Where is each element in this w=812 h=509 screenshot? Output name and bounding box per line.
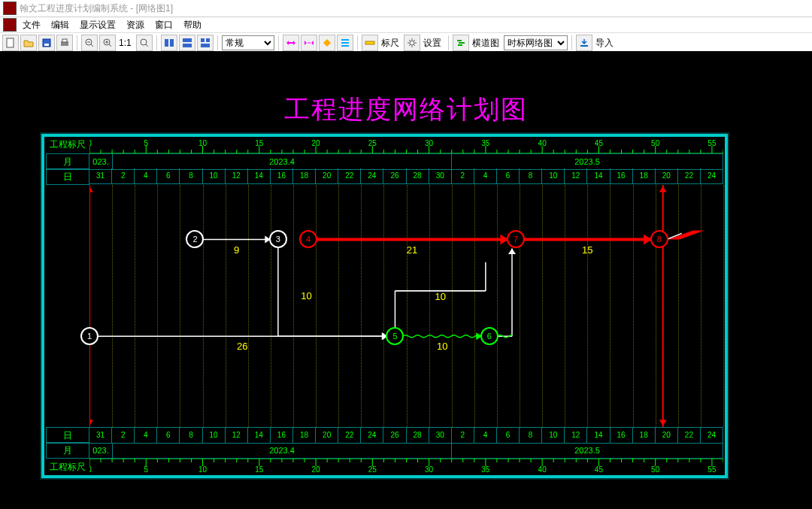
svg-text:21: 21 (407, 244, 417, 256)
day-cell: 6 (497, 428, 520, 443)
layout2-icon[interactable] (179, 35, 195, 51)
diamond-icon[interactable] (319, 35, 335, 51)
day-cell: 26 (383, 428, 406, 443)
months-top: 023.2023.42023.5 (89, 153, 723, 170)
day-cell: 24 (701, 168, 723, 183)
day-label-bot: 日 (46, 427, 89, 444)
node-6[interactable]: 6 (480, 327, 498, 345)
layout3-icon[interactable] (197, 35, 214, 51)
save-icon[interactable] (38, 35, 55, 51)
day-cell: 6 (157, 428, 180, 443)
ruler-label: 标尺 (381, 37, 399, 50)
day-cell: 18 (633, 428, 656, 443)
day-cell: 4 (474, 168, 497, 183)
zoom-in-icon[interactable] (99, 35, 116, 51)
view-select[interactable]: 时标网络图 (504, 35, 568, 50)
day-cell: 4 (135, 168, 157, 183)
day-cell: 2 (452, 428, 474, 443)
svg-rect-19 (206, 38, 210, 42)
svg-rect-0 (7, 38, 14, 47)
zoom-out-icon[interactable] (81, 35, 98, 51)
svg-text:25: 25 (368, 139, 377, 147)
day-cell: 14 (248, 428, 271, 443)
day-cell: 28 (407, 168, 429, 183)
svg-text:15: 15 (582, 244, 592, 256)
svg-marker-105 (659, 186, 667, 192)
day-cell: 24 (701, 428, 723, 443)
window-title: 翰文工程进度计划编制系统 - [网络图1] (20, 2, 173, 15)
zoom-11-label: 1:1 (119, 38, 132, 48)
gantt-icon[interactable] (453, 35, 469, 51)
day-cell: 14 (587, 168, 610, 183)
print-icon[interactable] (56, 35, 73, 51)
menu-edit[interactable]: 编辑 (51, 19, 69, 32)
svg-line-11 (109, 44, 111, 47)
day-cell: 31 (89, 168, 112, 183)
ruler-icon[interactable] (362, 35, 378, 51)
style-select[interactable]: 常规 (222, 35, 274, 50)
menu-resource[interactable]: 资源 (126, 19, 144, 32)
day-cell: 24 (361, 168, 383, 183)
day-cell: 8 (520, 168, 542, 183)
new-icon[interactable] (2, 35, 19, 51)
day-cell: 16 (271, 428, 293, 443)
node-4[interactable]: 4 (299, 230, 317, 248)
svg-text:10: 10 (301, 290, 311, 301)
plot-area[interactable]: 269211510101012345678 (89, 185, 723, 427)
svg-text:5: 5 (144, 465, 148, 474)
day-cell: 30 (429, 428, 452, 443)
day-cell: 2 (112, 428, 135, 443)
settings-label: 设置 (423, 37, 441, 50)
bars-icon[interactable] (337, 35, 353, 51)
day-cell: 22 (338, 168, 361, 183)
canvas[interactable]: 工程进度网络计划图 工程标尺 0510152025303540455055 月 … (0, 51, 812, 509)
layout1-icon[interactable] (161, 35, 177, 51)
svg-rect-16 (183, 38, 192, 42)
day-cell: 16 (271, 168, 293, 183)
node-1[interactable]: 1 (80, 327, 98, 345)
svg-rect-14 (165, 39, 168, 47)
day-cell: 8 (180, 168, 202, 183)
months-bot: 023.2023.42023.5 (89, 443, 723, 459)
menu-help[interactable]: 帮助 (183, 19, 201, 32)
svg-text:15: 15 (255, 139, 264, 147)
day-cell: 12 (226, 168, 248, 183)
svg-text:45: 45 (595, 139, 604, 147)
separator (217, 35, 218, 50)
svg-rect-2 (44, 44, 49, 46)
day-cell: 12 (565, 168, 587, 183)
month-cell: 2023.5 (452, 154, 723, 169)
month-cell: 023. (89, 154, 113, 169)
node-5[interactable]: 5 (386, 327, 404, 345)
day-cell: 6 (157, 168, 180, 183)
menu-file[interactable]: 文件 (23, 19, 41, 32)
svg-line-7 (91, 44, 93, 47)
day-cell: 8 (180, 428, 202, 443)
svg-text:45: 45 (595, 465, 604, 474)
node-3[interactable]: 3 (269, 230, 287, 248)
separator (571, 35, 572, 50)
month-cell: 2023.4 (113, 443, 452, 458)
settings-icon[interactable] (404, 35, 420, 51)
node-2[interactable]: 2 (186, 230, 204, 248)
svg-marker-106 (659, 420, 667, 426)
node-8[interactable]: 8 (650, 230, 668, 248)
zoom-fit-icon[interactable] (136, 35, 153, 51)
node-7[interactable]: 7 (507, 230, 525, 248)
import-icon[interactable] (576, 35, 592, 51)
app-icon (3, 2, 17, 15)
gantt-label: 横道图 (472, 37, 499, 50)
svg-rect-24 (341, 45, 349, 47)
svg-text:40: 40 (538, 465, 547, 474)
arrow-in-icon[interactable] (301, 35, 317, 51)
svg-text:10: 10 (437, 341, 447, 352)
menu-display[interactable]: 显示设置 (80, 19, 116, 32)
arrow-lr-icon[interactable] (283, 35, 299, 51)
month-cell: 023. (89, 443, 113, 458)
menu-window[interactable]: 窗口 (155, 19, 173, 32)
svg-rect-30 (580, 45, 588, 47)
separator (278, 35, 279, 50)
separator (357, 35, 358, 50)
open-icon[interactable] (20, 35, 37, 51)
day-cell: 31 (89, 428, 112, 443)
